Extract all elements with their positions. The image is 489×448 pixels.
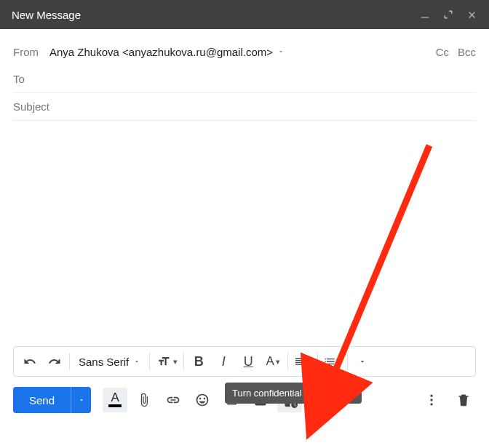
bold-button[interactable]: B <box>187 350 210 373</box>
close-icon[interactable] <box>466 9 477 20</box>
expand-icon[interactable] <box>443 9 453 20</box>
confidential-tooltip: Turn confidential mode on/off <box>225 383 362 404</box>
chevron-down-icon <box>277 48 285 55</box>
insert-link-button[interactable] <box>161 388 186 412</box>
compose-titlebar: New Message <box>0 0 489 29</box>
emoji-icon <box>195 393 210 407</box>
from-row: From Anya Zhukova <anyazhukova.ru@gmail.… <box>13 38 476 65</box>
font-selector[interactable]: Sans Serif <box>73 356 146 368</box>
message-body[interactable] <box>0 121 489 346</box>
chevron-down-icon <box>358 357 367 366</box>
attach-file-button[interactable] <box>132 388 156 412</box>
align-button[interactable]: ▾ <box>291 350 314 373</box>
text-color-button[interactable]: A▾ <box>261 350 285 373</box>
more-options-button[interactable] <box>419 388 444 412</box>
paperclip-icon <box>137 393 151 407</box>
from-label: From <box>13 46 44 58</box>
svg-point-3 <box>430 403 432 405</box>
send-button[interactable]: Send <box>13 387 71 413</box>
formatting-toggle[interactable]: A <box>103 388 127 412</box>
from-value[interactable]: Anya Zhukova <anyazhukova.ru@gmail.com> <box>49 46 285 58</box>
font-size-button[interactable]: ▾ <box>153 350 180 373</box>
compose-title: New Message <box>12 9 81 21</box>
to-input[interactable] <box>49 73 476 85</box>
italic-button[interactable]: I <box>212 350 235 373</box>
chevron-down-icon <box>133 358 140 365</box>
subject-input[interactable] <box>13 100 476 113</box>
subject-row[interactable] <box>13 93 476 121</box>
cc-bcc: Cc Bcc <box>436 46 476 58</box>
to-label: To <box>13 73 44 85</box>
more-vert-icon <box>424 393 439 407</box>
underline-button[interactable]: U <box>236 350 260 373</box>
svg-point-2 <box>430 399 432 401</box>
svg-point-1 <box>430 395 432 397</box>
minimize-icon[interactable] <box>420 9 430 20</box>
chevron-down-icon <box>78 396 85 404</box>
redo-button[interactable] <box>43 350 66 373</box>
undo-button[interactable] <box>18 350 41 373</box>
link-icon <box>166 393 180 407</box>
compose-header: From Anya Zhukova <anyazhukova.ru@gmail.… <box>0 29 489 121</box>
more-formatting-button[interactable] <box>351 350 374 373</box>
to-row[interactable]: To <box>13 65 476 93</box>
send-group: Send <box>13 387 91 413</box>
insert-emoji-button[interactable] <box>190 388 215 412</box>
send-options-button[interactable] <box>71 387 91 413</box>
trash-icon <box>456 393 471 407</box>
titlebar-controls <box>420 9 477 20</box>
discard-draft-button[interactable] <box>451 388 476 412</box>
cc-button[interactable]: Cc <box>436 46 449 58</box>
bcc-button[interactable]: Bcc <box>458 46 476 58</box>
list-button[interactable]: ▾ <box>321 350 344 373</box>
svg-rect-0 <box>421 17 429 18</box>
formatting-toolbar: Sans Serif ▾ B I U A▾ ▾ ▾ Turn confident… <box>13 346 476 377</box>
